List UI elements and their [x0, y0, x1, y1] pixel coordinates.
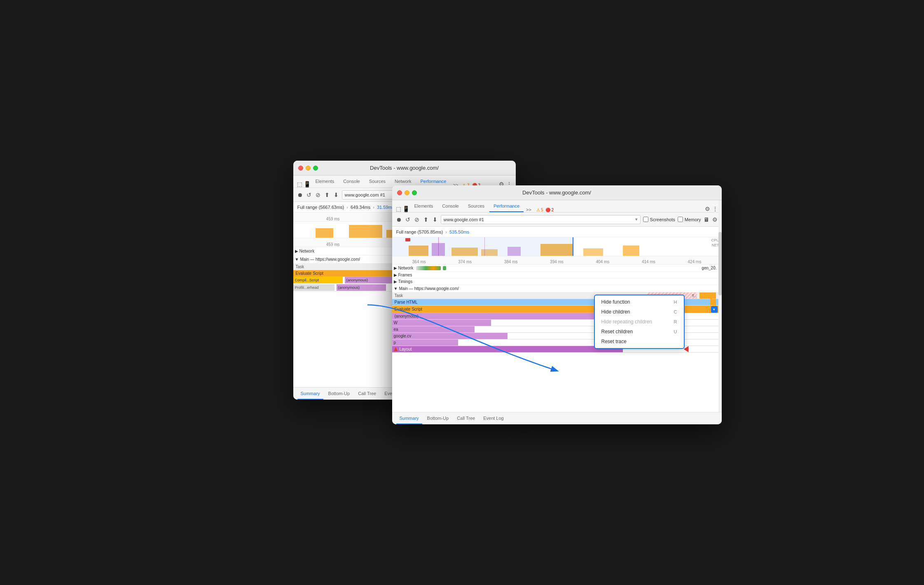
front-upload-icon[interactable]: ⬆ — [423, 216, 429, 223]
scene: DevTools - www.google.com/ ⬚ 📱 Elements … — [277, 152, 648, 433]
back-anon-bar-1[interactable]: (anonymous) — [345, 277, 398, 283]
front-memory-checkbox[interactable] — [678, 217, 683, 222]
front-err-badge: 🔴 2 — [545, 208, 554, 212]
back-network-label: ▶ Network — [293, 247, 316, 255]
cpu-spike-8 — [623, 246, 639, 256]
front-screenshots-label: Screenshots — [650, 217, 675, 222]
back-minimize-button[interactable] — [306, 166, 311, 171]
gen-label: gen_20. — [702, 266, 716, 270]
download-icon[interactable]: ⬇ — [333, 192, 339, 198]
front-settings-icon[interactable]: ⚙ — [704, 206, 711, 212]
front-close-button[interactable] — [397, 190, 402, 195]
reload-icon[interactable]: ↺ — [306, 192, 312, 198]
ruler-tick2-1: 459 ms — [297, 242, 369, 247]
clear-icon[interactable]: ⊘ — [315, 192, 321, 198]
cpu-bar-2 — [349, 225, 382, 238]
back-tab-calltree[interactable]: Call Tree — [355, 388, 379, 400]
front-frames-expand[interactable]: ▶ — [394, 273, 397, 277]
front-tab-eventlog[interactable]: Event Log — [480, 412, 507, 424]
front-tab-more[interactable]: >> — [524, 207, 533, 212]
back-titlebar: DevTools - www.google.com/ — [293, 161, 516, 176]
front-layout-bar[interactable]: Layout — [392, 346, 623, 352]
front-screenshots-checkbox[interactable] — [643, 217, 648, 222]
front-googlecv-bar[interactable]: google.cv — [392, 333, 508, 339]
back-tab-summary[interactable]: Summary — [297, 388, 323, 400]
front-p-bar[interactable]: p — [392, 339, 458, 346]
back-anon-bar-3[interactable]: (anonymous) — [337, 284, 386, 291]
front-tab-console[interactable]: Console — [438, 200, 463, 212]
front-screenshot-icon[interactable]: 🖥 — [704, 216, 709, 223]
front-network-track: ▶ Network gen_20. — [392, 264, 722, 272]
selection-area[interactable] — [392, 237, 573, 256]
front-reload-icon[interactable]: ↺ — [405, 216, 411, 223]
inspector-icon[interactable]: ⬚ — [297, 181, 303, 187]
tab-console[interactable]: Console — [339, 176, 364, 187]
back-compile-bar[interactable]: Compil...Script — [293, 277, 343, 283]
front-tab-calltree[interactable]: Call Tree — [454, 412, 478, 424]
front-scrollbar[interactable] — [718, 200, 722, 412]
eval-dropdown-btn[interactable]: ▾ — [711, 306, 718, 313]
front-minimize-button[interactable] — [405, 190, 409, 195]
back-close-button[interactable] — [298, 166, 303, 171]
front-inspector-icon[interactable]: ⬚ — [395, 206, 402, 212]
main-expand[interactable]: ▼ — [295, 257, 299, 262]
back-maximize-button[interactable] — [313, 166, 318, 171]
cpu-spike-7 — [583, 248, 603, 256]
front-timings-track: ▶ Timings — [392, 278, 722, 285]
front-record-icon[interactable]: ⏺ — [395, 216, 402, 223]
front-w-bar[interactable]: W — [392, 320, 491, 326]
menu-reset-children[interactable]: Reset children U — [595, 327, 684, 337]
front-download-icon[interactable]: ⬇ — [432, 216, 438, 223]
cpu-bar-1 — [316, 228, 333, 238]
upload-icon[interactable]: ⬆ — [324, 192, 330, 198]
front-timings-expand[interactable]: ▶ — [394, 279, 397, 284]
front-traffic-lights — [397, 190, 417, 195]
tab-sources[interactable]: Sources — [365, 176, 390, 187]
context-menu: Hide function H Hide children C Hide rep… — [594, 295, 685, 349]
front-tab-elements[interactable]: Elements — [410, 200, 437, 212]
front-ea-bar[interactable]: ea — [392, 326, 475, 332]
front-tab-performance[interactable]: Performance — [489, 200, 524, 212]
front-toolbar: ⏺ ↺ ⊘ ⬆ ⬇ www.google.com #1 ▾ Screenshot… — [392, 213, 722, 227]
front-bottom-tabs: Summary Bottom-Up Call Tree Event Log — [392, 412, 722, 424]
front-more-icon[interactable]: ⋮ — [712, 206, 718, 212]
front-toolbar-settings-icon[interactable]: ⚙ — [712, 216, 718, 223]
tab-elements[interactable]: Elements — [311, 176, 339, 187]
front-url-selector[interactable]: www.google.com #1 ▾ — [441, 215, 641, 224]
front-clear-icon[interactable]: ⊘ — [414, 216, 420, 223]
network-expand[interactable]: ▶ — [295, 249, 298, 253]
task-t-label: T... — [692, 292, 697, 299]
menu-hide-repeating: Hide repeating children R — [595, 317, 684, 327]
front-tab-bottomup[interactable]: Bottom-Up — [424, 412, 452, 424]
menu-hide-children[interactable]: Hide children C — [595, 307, 684, 317]
menu-hide-function[interactable]: Hide function H — [595, 297, 684, 307]
front-main-track: ▼ Main — https://www.google.com/ — [392, 285, 722, 292]
front-url-chevron: ▾ — [635, 217, 638, 222]
front-scrollbar-thumb[interactable] — [718, 232, 722, 295]
front-tab-sources[interactable]: Sources — [464, 200, 489, 212]
front-memory-label: Memory — [685, 217, 701, 222]
front-tab-summary[interactable]: Summary — [396, 412, 422, 424]
range-arrow: › — [346, 205, 348, 210]
front-tabbar: ⬚ 📱 Elements Console Sources Performance… — [392, 200, 722, 213]
back-tab-bottomup[interactable]: Bottom-Up — [325, 388, 353, 400]
zoom-tick-7: 424 ms — [671, 260, 717, 264]
selection-range: 649.34ms — [351, 205, 370, 210]
front-network-expand[interactable]: ▶ — [394, 266, 397, 270]
range-arrow2: › — [373, 205, 374, 210]
menu-reset-trace[interactable]: Reset trace — [595, 337, 684, 346]
zoom-tick-5: 404 ms — [580, 260, 625, 264]
front-device-icon[interactable]: 📱 — [403, 206, 409, 212]
network-green-dot — [443, 266, 446, 270]
back-window-title: DevTools - www.google.com/ — [370, 165, 439, 171]
front-maximize-button[interactable] — [412, 190, 417, 195]
front-window-title: DevTools - www.google.com/ — [522, 190, 591, 196]
full-range: Full range (5667.63ms) — [297, 205, 344, 210]
record-icon[interactable]: ⏺ — [297, 192, 303, 198]
network-bar-color — [416, 266, 441, 270]
device-icon[interactable]: 📱 — [304, 181, 311, 187]
back-profil-bar[interactable]: Profili...erhead — [293, 284, 335, 291]
front-warn-badge: ⚠ 5 — [536, 208, 543, 212]
front-main-expand[interactable]: ▼ — [394, 286, 398, 291]
front-overview: CPU NET — [392, 237, 722, 256]
